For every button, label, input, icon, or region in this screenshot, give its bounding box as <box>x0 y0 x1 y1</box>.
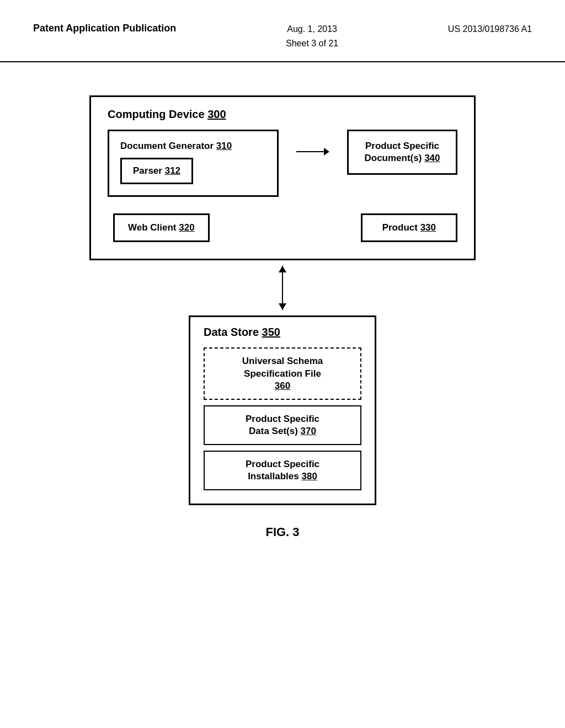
computing-device-number: 300 <box>207 108 226 120</box>
vertical-arrow-icon <box>282 266 283 310</box>
prod-data-sets-number: 370 <box>301 426 316 436</box>
data-store-label-text: Data Store <box>204 326 259 338</box>
product-specific-docs-box: Product SpecificDocument(s) 340 <box>347 130 457 175</box>
computing-device-label: Computing Device 300 <box>108 108 457 121</box>
diagram-area: Computing Device 300 Document Generator … <box>0 62 565 561</box>
patent-number: US 2013/0198736 A1 <box>448 22 532 36</box>
data-store-box: Data Store 350 Universal SchemaSpecifica… <box>189 315 376 505</box>
vertical-arrow-container <box>282 260 283 315</box>
top-row: Document Generator 310 Parser 312 Produc… <box>108 130 457 197</box>
data-store-label: Data Store 350 <box>204 326 361 339</box>
product-number: 330 <box>420 222 436 233</box>
universal-schema-box: Universal SchemaSpecification File360 <box>204 347 361 399</box>
sheet-text: Sheet 3 of 21 <box>286 39 338 48</box>
product-label-text: Product <box>382 222 418 233</box>
figure-label: FIG. 3 <box>265 525 299 539</box>
data-store-number: 350 <box>262 326 280 338</box>
prod-installables-label: Product SpecificInstallables 380 <box>246 459 319 481</box>
computing-device-label-text: Computing Device <box>108 108 205 120</box>
parser-box: Parser 312 <box>120 158 193 184</box>
publication-label: Patent Application Publication <box>33 22 176 35</box>
universal-schema-label: Universal SchemaSpecification File360 <box>242 356 323 390</box>
patent-number-text: US 2013/0198736 A1 <box>448 24 532 34</box>
doc-gen-number: 310 <box>216 141 232 151</box>
parser-label: Parser <box>133 165 162 176</box>
prod-installables-number: 380 <box>301 471 317 481</box>
page-header: Patent Application Publication Aug. 1, 2… <box>0 0 565 62</box>
doc-gen-label-text: Document Generator <box>120 141 214 151</box>
product-specific-installables-box: Product SpecificInstallables 380 <box>204 451 361 490</box>
right-arrow-icon <box>296 146 329 157</box>
prod-specific-docs-number: 340 <box>424 153 440 163</box>
prod-specific-docs-label: Product SpecificDocument(s) 340 <box>365 141 440 163</box>
computing-device-box: Computing Device 300 Document Generator … <box>89 95 476 260</box>
product-label: Product 330 <box>382 222 436 233</box>
figure-label-text: FIG. 3 <box>265 525 299 539</box>
doc-gen-to-prod-docs-arrow <box>279 130 347 157</box>
web-client-number: 320 <box>179 222 194 233</box>
publication-text: Patent Application Publication <box>33 23 176 34</box>
product-specific-data-sets-box: Product SpecificData Set(s) 370 <box>204 405 361 445</box>
parser-number: 312 <box>165 165 180 176</box>
date-text: Aug. 1, 2013 <box>287 24 337 34</box>
universal-schema-number: 360 <box>275 381 290 391</box>
document-generator-box: Document Generator 310 Parser 312 <box>108 130 279 197</box>
doc-gen-label: Document Generator 310 <box>120 140 266 152</box>
web-client-label: Web Client 320 <box>128 222 195 233</box>
web-client-label-text: Web Client <box>128 222 177 233</box>
product-box: Product 330 <box>361 213 457 242</box>
prod-data-sets-label: Product SpecificData Set(s) 370 <box>246 414 319 436</box>
header-center: Aug. 1, 2013 Sheet 3 of 21 <box>286 22 338 50</box>
bottom-row: Web Client 320 Product 330 <box>108 213 457 242</box>
web-client-box: Web Client 320 <box>113 213 210 242</box>
computing-device-inner: Document Generator 310 Parser 312 Produc… <box>108 130 457 242</box>
parser-label-text: Parser 312 <box>133 165 180 176</box>
